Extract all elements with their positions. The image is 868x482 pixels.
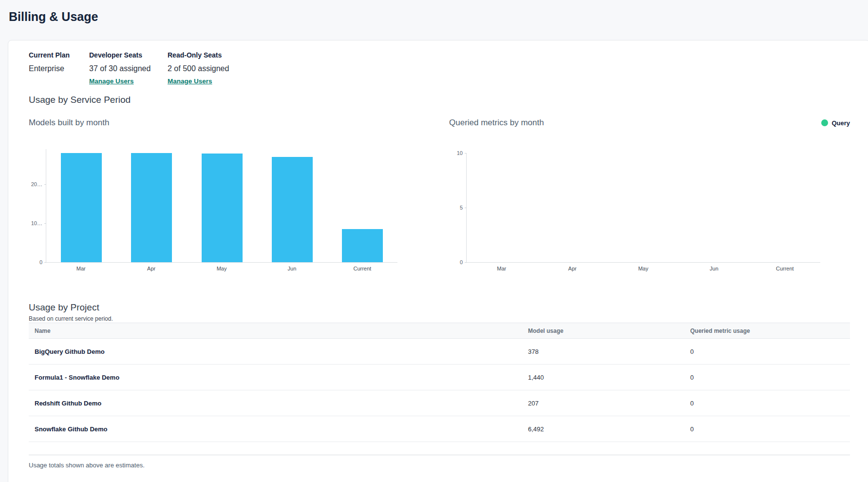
x-tick-label: May (187, 266, 257, 271)
bar-slot (467, 153, 537, 262)
bar-slot (679, 153, 750, 262)
developer-seats-value: 37 of 30 assigned (89, 64, 168, 74)
bar-mar (61, 153, 102, 262)
table-header-model-usage: Model usage (528, 328, 690, 334)
x-tick-label: Current (750, 266, 820, 271)
queried-usage-cell: 0 (690, 374, 850, 381)
bar-current (342, 229, 383, 262)
x-tick-label: Jun (257, 266, 327, 271)
charts-row: Models built by month 010…20… MarAprMayJ… (29, 118, 850, 271)
service-period-section-title: Usage by Service Period (29, 94, 851, 106)
usage-by-project-table: Name Model usage Queried metric usage Bi… (29, 323, 850, 442)
x-tick-label: Current (327, 266, 397, 271)
manage-users-link-readonly[interactable]: Manage Users (168, 77, 212, 85)
table-header-name: Name (29, 328, 528, 334)
queried-chart-header: Queried metrics by month Query (449, 118, 850, 128)
x-tick-label: Jun (679, 266, 749, 271)
y-tick-mark (465, 208, 467, 208)
queried-metrics-chart: Queried metrics by month Query 0510 MarA… (449, 118, 850, 271)
plan-column-readonly-seats: Read-Only Seats 2 of 500 assigned Manage… (168, 51, 229, 85)
bar-slot (327, 149, 397, 262)
table-row: Snowflake Github Demo6,4920 (29, 416, 850, 442)
y-tick-label: 0 (26, 259, 42, 266)
page-title: Billing & Usage (0, 0, 868, 40)
plan-column-developer-seats: Developer Seats 37 of 30 assigned Manage… (89, 51, 168, 85)
readonly-seats-label: Read-Only Seats (168, 51, 229, 59)
project-name-cell: Redshift Github Demo (29, 400, 528, 407)
y-tick-label: 0 (447, 259, 463, 266)
readonly-seats-value: 2 of 500 assigned (168, 64, 229, 74)
queried-chart-title: Queried metrics by month (449, 118, 544, 128)
model-usage-cell: 378 (528, 348, 690, 355)
x-tick-label: Apr (537, 266, 607, 271)
y-tick-mark (44, 184, 46, 185)
current-plan-label: Current Plan (29, 51, 89, 59)
usage-estimates-note: Usage totals shown above are estimates. (29, 461, 851, 469)
models-chart-bars (46, 149, 397, 262)
queried-chart-bars (467, 153, 820, 262)
billing-card-content: Current Plan Enterprise Developer Seats … (8, 40, 868, 469)
bar-slot (537, 153, 608, 262)
y-tick-label: 10… (26, 220, 42, 227)
model-usage-cell: 1,440 (528, 374, 690, 381)
models-chart-title: Models built by month (29, 118, 109, 128)
bar-apr (131, 153, 172, 262)
project-name-cell: Snowflake Github Demo (29, 425, 528, 433)
model-usage-cell: 6,492 (528, 425, 690, 433)
developer-seats-label: Developer Seats (89, 51, 168, 59)
queried-chart-plot: 0510 (466, 153, 820, 263)
models-built-chart: Models built by month 010…20… MarAprMayJ… (29, 118, 397, 271)
x-tick-label: May (608, 266, 679, 271)
bar-jun (272, 157, 313, 262)
y-tick-label: 10 (447, 150, 463, 156)
x-tick-label: Mar (46, 266, 116, 271)
project-name-cell: Formula1 - Snowflake Demo (29, 374, 528, 381)
bar-slot (46, 149, 116, 262)
queried-usage-cell: 0 (690, 400, 850, 407)
table-row: BigQuery Github Demo3780 (29, 339, 850, 365)
project-section-subtitle: Based on current service period. (29, 315, 851, 323)
bar-slot (257, 149, 327, 262)
table-header-row: Name Model usage Queried metric usage (29, 323, 850, 339)
x-tick-label: Apr (116, 266, 186, 271)
y-tick-mark (44, 223, 46, 224)
bar-slot (187, 149, 257, 262)
legend-query-label: Query (831, 119, 850, 127)
plan-column-current-plan: Current Plan Enterprise (29, 51, 89, 85)
bar-slot (608, 153, 679, 262)
y-tick-label: 20… (26, 181, 42, 188)
y-tick-label: 5 (447, 204, 463, 211)
table-header-queried-usage: Queried metric usage (690, 328, 850, 334)
chart-legend: Query (821, 119, 850, 127)
project-name-cell: BigQuery Github Demo (29, 348, 528, 355)
queried-chart-x-axis: MarAprMayJunCurrent (466, 266, 820, 271)
y-tick-mark (465, 262, 467, 263)
table-row: Formula1 - Snowflake Demo1,4400 (29, 365, 850, 390)
plan-summary: Current Plan Enterprise Developer Seats … (29, 51, 851, 85)
models-chart-header: Models built by month (29, 118, 397, 128)
legend-query-dot-icon (821, 119, 828, 126)
table-row: Redshift Github Demo2070 (29, 390, 850, 416)
bar-slot (116, 149, 187, 262)
x-tick-label: Mar (466, 266, 537, 271)
y-tick-mark (465, 153, 467, 154)
model-usage-cell: 207 (528, 400, 690, 407)
footer-divider (29, 455, 850, 455)
models-chart-plot: 010…20… (46, 149, 397, 263)
queried-usage-cell: 0 (690, 348, 850, 355)
y-tick-mark (44, 262, 46, 263)
current-plan-value: Enterprise (29, 64, 89, 74)
bar-may (202, 154, 243, 262)
usage-table-body: BigQuery Github Demo3780Formula1 - Snowf… (29, 339, 850, 442)
queried-usage-cell: 0 (690, 425, 850, 433)
project-section-title: Usage by Project (29, 302, 851, 313)
manage-users-link-developer[interactable]: Manage Users (89, 77, 134, 85)
billing-card: Current Plan Enterprise Developer Seats … (8, 40, 868, 482)
models-chart-x-axis: MarAprMayJunCurrent (46, 266, 397, 271)
bar-slot (750, 153, 820, 262)
